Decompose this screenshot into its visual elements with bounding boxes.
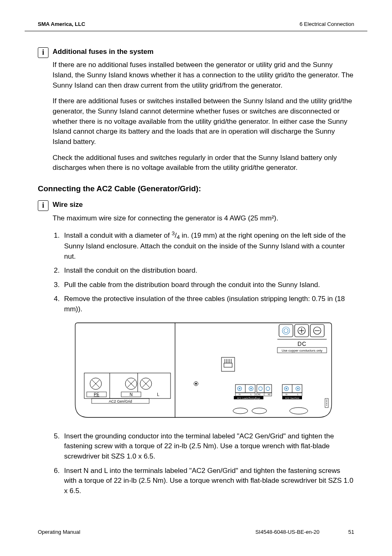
label-l: L [157,392,159,397]
label-ac2-block: AC2 Gen/Grid [285,396,300,399]
footer-right: SI4548-6048-US-BE-en-20 51 [255,528,354,536]
svg-rect-31 [224,363,232,367]
svg-rect-56 [282,393,302,396]
step-4: Remove the protective insulation of the … [62,294,354,314]
note1-p3: Check the additional fuses and switches … [53,153,354,173]
label-tiny-no: NO [268,394,271,396]
svg-point-41 [250,388,252,389]
label-dc: DC [297,341,307,347]
svg-point-64 [252,408,267,414]
svg-point-18 [284,329,288,333]
info-icon: i [38,47,48,58]
step-2: Install the conduit on the distribution … [62,266,354,276]
svg-point-17 [282,327,290,334]
svg-rect-43 [235,393,255,396]
svg-point-59 [326,400,327,401]
label-tiny-l2: L [297,393,299,396]
page-footer: Operating Manual SI4548-6048-US-BE-en-20… [25,528,367,536]
footer-doc-id: SI4548-6048-US-BE-en-20 [255,528,319,536]
footer-page-number: 51 [348,528,354,536]
svg-point-54 [297,388,299,389]
label-ac2: AC2 Gen/Grid [109,399,132,403]
svg-point-47 [266,387,270,390]
page-header: SMA America, LLC 6 Electrical Connection [25,21,367,31]
info-note-fuses: i Additional fuses in the system If ther… [38,47,354,179]
info-body: Additional fuses in the system If there … [53,47,354,179]
step-5: Insert the grounding conductor into the … [62,431,354,462]
wiring-diagram-svg: PE N L AC2 Gen/Grid [72,322,335,421]
svg-point-60 [326,401,327,402]
step-1: Install a conduit with a diameter of 3/4… [62,229,354,262]
note1-p2: If there are additional fuses or switche… [53,96,354,147]
info-body: Wire size The maximum wire size for conn… [53,200,354,500]
note1-p1: If there are no additional fuses install… [53,60,354,90]
svg-point-39 [239,388,240,389]
label-n: N [129,392,132,397]
fraction-3-4: 3/4 [172,232,180,239]
steps-list: Install a conduit with a diameter of 3/4… [53,229,354,315]
svg-point-62 [326,405,327,405]
info-icon: i [38,200,48,211]
info-heading-wire: Wire size [53,200,354,210]
section-heading-ac2: Connecting the AC2 Cable (Generator/Grid… [38,183,354,195]
step-1-a: Install a conduit with a diameter of [64,232,172,239]
svg-rect-16 [279,324,293,337]
svg-point-52 [286,388,287,389]
label-copper: Use copper conductors only [281,349,322,352]
header-section: 6 Electrical Connection [300,21,354,28]
step-6: Insert N and L into the terminals labele… [62,466,354,496]
info-note-wire: i Wire size The maximum wire size for co… [38,200,354,500]
label-tiny-c: C [263,394,265,396]
label-tiny-nc: NC [258,394,261,396]
svg-point-61 [326,403,327,404]
svg-point-46 [259,387,263,390]
info-heading-fuses: Additional fuses in the system [53,47,354,57]
wiring-diagram: PE N L AC2 Gen/Grid [53,322,354,421]
footer-left: Operating Manual [38,528,80,536]
svg-point-65 [290,408,308,414]
frac-den: 4 [177,234,180,240]
label-pe: PE [94,392,99,397]
label-tiny-n2: N [286,393,287,396]
label-tiny-l: L [251,393,252,396]
step-3: Pull the cable from the distribution boa… [62,280,354,290]
steps-list-cont: Insert the grounding conductor into the … [53,431,354,496]
label-ac1-block: AC1 Loads/SunnyBoys [237,396,261,399]
header-company: SMA America, LLC [38,21,85,28]
note2-p1: The maximum wire size for connecting the… [53,213,354,224]
page-content: i Additional fuses in the system If ther… [25,47,367,500]
svg-point-29 [195,383,197,385]
label-tiny-n: N [239,393,240,396]
svg-point-63 [233,408,248,414]
